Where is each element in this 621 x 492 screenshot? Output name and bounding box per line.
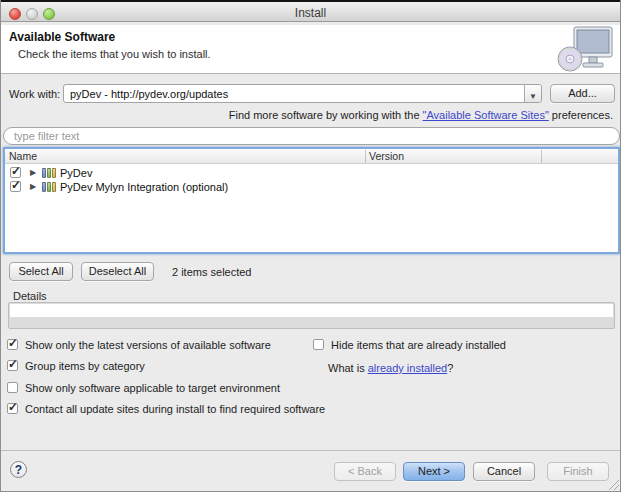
checkbox-target-environment[interactable] [7,382,18,393]
row-label[interactable]: PyDev Mylyn Integration (optional) [60,181,228,193]
check-icon: ✓ [11,164,21,178]
table-row[interactable]: ✓ ▶ PyDev Mylyn Integration (optional) [5,180,618,194]
what-is-prefix: What is [328,362,368,374]
find-more-text: Find more software by working with the "… [229,109,613,121]
check-icon: ✓ [11,178,21,192]
finish-button: Finish [547,462,609,481]
checkbox-hide-installed[interactable] [313,339,324,350]
selection-status: 2 items selected [172,266,251,278]
row-checkbox[interactable]: ✓ [10,167,21,178]
question-icon: ? [15,463,22,477]
available-software-sites-link[interactable]: "Available Software Sites" [423,109,549,121]
column-header-version[interactable]: Version [369,150,404,162]
install-dialog: Install Available Software Check the ite… [0,0,621,492]
footer-divider [1,450,620,451]
what-is-installed-text: What is already installed? [328,362,453,374]
details-panel [8,302,615,329]
option-label[interactable]: Contact all update sites during install … [25,403,325,415]
deselect-all-button[interactable]: Deselect All [81,262,154,281]
option-label[interactable]: Hide items that are already installed [331,339,506,351]
feature-icon [42,168,57,178]
details-label: Details [13,290,47,302]
check-icon: ✓ [8,357,18,371]
already-installed-link[interactable]: already installed [368,362,448,374]
table-header: Name Version [5,149,618,164]
column-divider[interactable] [541,150,542,163]
disclosure-triangle-icon[interactable]: ▶ [30,168,36,177]
back-button: < Back [334,462,396,481]
work-with-combo[interactable]: pyDev - http://pydev.org/updates ▼ [63,84,542,103]
wizard-header: Available Software Check the items that … [1,25,620,74]
software-table[interactable]: Name Version ✓ ▶ PyDev ✓ ▶ PyDev Mylyn I… [3,147,620,254]
check-icon: ✓ [8,336,18,350]
find-more-suffix: preferences. [549,109,613,121]
work-with-label: Work with: [9,88,60,100]
row-label[interactable]: PyDev [60,167,92,179]
column-divider[interactable] [365,150,366,163]
chevron-down-icon: ▼ [529,92,537,101]
option-label[interactable]: Group items by category [25,360,145,372]
column-header-name[interactable]: Name [9,150,37,162]
details-content [10,304,613,317]
help-button[interactable]: ? [10,461,27,478]
next-button[interactable]: Next > [403,462,465,481]
work-with-value: pyDev - http://pydev.org/updates [70,88,228,100]
page-subtitle: Check the items that you wish to install… [18,48,211,60]
table-row[interactable]: ✓ ▶ PyDev [5,166,618,180]
checkbox-contact-update-sites[interactable]: ✓ [7,403,18,414]
window-titlebar: Install [1,0,620,22]
select-all-button[interactable]: Select All [9,262,73,281]
resize-grip[interactable] [609,480,619,490]
checkbox-latest-versions[interactable]: ✓ [7,339,18,350]
option-label[interactable]: Show only the latest versions of availab… [25,339,271,351]
feature-icon [42,182,57,192]
install-software-icon [556,25,614,78]
row-checkbox[interactable]: ✓ [10,181,21,192]
filter-input[interactable] [3,127,620,145]
page-title: Available Software [9,30,115,44]
check-icon: ✓ [8,400,18,414]
window-title: Install [1,6,620,20]
combo-dropdown-button[interactable]: ▼ [524,85,541,102]
what-is-suffix: ? [447,362,453,374]
option-label[interactable]: Show only software applicable to target … [25,382,280,394]
checkbox-group-by-category[interactable]: ✓ [7,360,18,371]
disclosure-triangle-icon[interactable]: ▶ [30,182,36,191]
find-more-prefix: Find more software by working with the [229,109,423,121]
cancel-button[interactable]: Cancel [473,462,535,481]
add-button[interactable]: Add... [550,84,615,103]
